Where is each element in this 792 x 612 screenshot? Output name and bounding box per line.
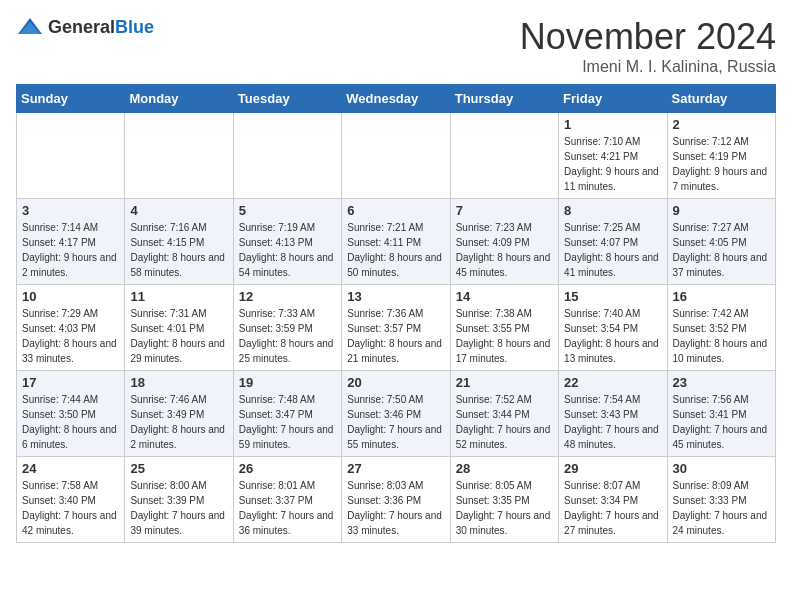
calendar-cell: 7Sunrise: 7:23 AM Sunset: 4:09 PM Daylig… bbox=[450, 199, 558, 285]
day-info: Sunrise: 7:25 AM Sunset: 4:07 PM Dayligh… bbox=[564, 220, 661, 280]
calendar-cell: 14Sunrise: 7:38 AM Sunset: 3:55 PM Dayli… bbox=[450, 285, 558, 371]
day-number: 18 bbox=[130, 375, 227, 390]
day-number: 16 bbox=[673, 289, 770, 304]
logo: GeneralBlue bbox=[16, 16, 154, 38]
calendar-cell bbox=[233, 113, 341, 199]
calendar-cell: 24Sunrise: 7:58 AM Sunset: 3:40 PM Dayli… bbox=[17, 457, 125, 543]
calendar-cell bbox=[125, 113, 233, 199]
calendar-cell: 13Sunrise: 7:36 AM Sunset: 3:57 PM Dayli… bbox=[342, 285, 450, 371]
calendar-cell: 30Sunrise: 8:09 AM Sunset: 3:33 PM Dayli… bbox=[667, 457, 775, 543]
day-number: 15 bbox=[564, 289, 661, 304]
calendar-week-3: 17Sunrise: 7:44 AM Sunset: 3:50 PM Dayli… bbox=[17, 371, 776, 457]
day-info: Sunrise: 8:00 AM Sunset: 3:39 PM Dayligh… bbox=[130, 478, 227, 538]
calendar-cell: 8Sunrise: 7:25 AM Sunset: 4:07 PM Daylig… bbox=[559, 199, 667, 285]
calendar-week-0: 1Sunrise: 7:10 AM Sunset: 4:21 PM Daylig… bbox=[17, 113, 776, 199]
day-info: Sunrise: 7:27 AM Sunset: 4:05 PM Dayligh… bbox=[673, 220, 770, 280]
day-number: 6 bbox=[347, 203, 444, 218]
day-info: Sunrise: 7:54 AM Sunset: 3:43 PM Dayligh… bbox=[564, 392, 661, 452]
day-info: Sunrise: 7:46 AM Sunset: 3:49 PM Dayligh… bbox=[130, 392, 227, 452]
calendar-week-2: 10Sunrise: 7:29 AM Sunset: 4:03 PM Dayli… bbox=[17, 285, 776, 371]
day-number: 13 bbox=[347, 289, 444, 304]
day-info: Sunrise: 7:10 AM Sunset: 4:21 PM Dayligh… bbox=[564, 134, 661, 194]
day-number: 23 bbox=[673, 375, 770, 390]
day-info: Sunrise: 8:01 AM Sunset: 3:37 PM Dayligh… bbox=[239, 478, 336, 538]
weekday-header-monday: Monday bbox=[125, 85, 233, 113]
calendar-cell: 5Sunrise: 7:19 AM Sunset: 4:13 PM Daylig… bbox=[233, 199, 341, 285]
calendar-cell: 3Sunrise: 7:14 AM Sunset: 4:17 PM Daylig… bbox=[17, 199, 125, 285]
day-number: 4 bbox=[130, 203, 227, 218]
day-info: Sunrise: 7:50 AM Sunset: 3:46 PM Dayligh… bbox=[347, 392, 444, 452]
day-number: 10 bbox=[22, 289, 119, 304]
day-number: 17 bbox=[22, 375, 119, 390]
calendar-cell: 22Sunrise: 7:54 AM Sunset: 3:43 PM Dayli… bbox=[559, 371, 667, 457]
calendar-cell bbox=[342, 113, 450, 199]
day-info: Sunrise: 7:42 AM Sunset: 3:52 PM Dayligh… bbox=[673, 306, 770, 366]
day-number: 26 bbox=[239, 461, 336, 476]
day-info: Sunrise: 8:05 AM Sunset: 3:35 PM Dayligh… bbox=[456, 478, 553, 538]
logo-text-general: General bbox=[48, 17, 115, 37]
day-info: Sunrise: 8:07 AM Sunset: 3:34 PM Dayligh… bbox=[564, 478, 661, 538]
calendar-cell: 9Sunrise: 7:27 AM Sunset: 4:05 PM Daylig… bbox=[667, 199, 775, 285]
day-info: Sunrise: 7:48 AM Sunset: 3:47 PM Dayligh… bbox=[239, 392, 336, 452]
day-number: 3 bbox=[22, 203, 119, 218]
day-info: Sunrise: 7:36 AM Sunset: 3:57 PM Dayligh… bbox=[347, 306, 444, 366]
calendar-cell: 17Sunrise: 7:44 AM Sunset: 3:50 PM Dayli… bbox=[17, 371, 125, 457]
weekday-header-sunday: Sunday bbox=[17, 85, 125, 113]
calendar-cell: 12Sunrise: 7:33 AM Sunset: 3:59 PM Dayli… bbox=[233, 285, 341, 371]
day-number: 8 bbox=[564, 203, 661, 218]
day-info: Sunrise: 8:03 AM Sunset: 3:36 PM Dayligh… bbox=[347, 478, 444, 538]
day-info: Sunrise: 7:33 AM Sunset: 3:59 PM Dayligh… bbox=[239, 306, 336, 366]
day-info: Sunrise: 7:40 AM Sunset: 3:54 PM Dayligh… bbox=[564, 306, 661, 366]
day-number: 30 bbox=[673, 461, 770, 476]
calendar-cell: 11Sunrise: 7:31 AM Sunset: 4:01 PM Dayli… bbox=[125, 285, 233, 371]
day-number: 27 bbox=[347, 461, 444, 476]
calendar-table: SundayMondayTuesdayWednesdayThursdayFrid… bbox=[16, 84, 776, 543]
weekday-header-thursday: Thursday bbox=[450, 85, 558, 113]
day-info: Sunrise: 7:38 AM Sunset: 3:55 PM Dayligh… bbox=[456, 306, 553, 366]
day-info: Sunrise: 7:56 AM Sunset: 3:41 PM Dayligh… bbox=[673, 392, 770, 452]
weekday-header-friday: Friday bbox=[559, 85, 667, 113]
calendar-cell: 4Sunrise: 7:16 AM Sunset: 4:15 PM Daylig… bbox=[125, 199, 233, 285]
day-number: 9 bbox=[673, 203, 770, 218]
weekday-header-row: SundayMondayTuesdayWednesdayThursdayFrid… bbox=[17, 85, 776, 113]
weekday-header-wednesday: Wednesday bbox=[342, 85, 450, 113]
day-number: 14 bbox=[456, 289, 553, 304]
day-number: 2 bbox=[673, 117, 770, 132]
day-info: Sunrise: 7:14 AM Sunset: 4:17 PM Dayligh… bbox=[22, 220, 119, 280]
calendar-week-4: 24Sunrise: 7:58 AM Sunset: 3:40 PM Dayli… bbox=[17, 457, 776, 543]
calendar-cell: 20Sunrise: 7:50 AM Sunset: 3:46 PM Dayli… bbox=[342, 371, 450, 457]
day-number: 22 bbox=[564, 375, 661, 390]
calendar-cell: 26Sunrise: 8:01 AM Sunset: 3:37 PM Dayli… bbox=[233, 457, 341, 543]
day-info: Sunrise: 7:31 AM Sunset: 4:01 PM Dayligh… bbox=[130, 306, 227, 366]
calendar-cell: 10Sunrise: 7:29 AM Sunset: 4:03 PM Dayli… bbox=[17, 285, 125, 371]
day-number: 1 bbox=[564, 117, 661, 132]
calendar-cell: 6Sunrise: 7:21 AM Sunset: 4:11 PM Daylig… bbox=[342, 199, 450, 285]
day-info: Sunrise: 7:23 AM Sunset: 4:09 PM Dayligh… bbox=[456, 220, 553, 280]
calendar-cell bbox=[450, 113, 558, 199]
day-info: Sunrise: 7:19 AM Sunset: 4:13 PM Dayligh… bbox=[239, 220, 336, 280]
day-number: 25 bbox=[130, 461, 227, 476]
calendar-cell: 1Sunrise: 7:10 AM Sunset: 4:21 PM Daylig… bbox=[559, 113, 667, 199]
day-info: Sunrise: 7:58 AM Sunset: 3:40 PM Dayligh… bbox=[22, 478, 119, 538]
calendar-cell: 2Sunrise: 7:12 AM Sunset: 4:19 PM Daylig… bbox=[667, 113, 775, 199]
title-block: November 2024 Imeni M. I. Kalinina, Russ… bbox=[520, 16, 776, 76]
calendar-cell: 18Sunrise: 7:46 AM Sunset: 3:49 PM Dayli… bbox=[125, 371, 233, 457]
day-info: Sunrise: 7:29 AM Sunset: 4:03 PM Dayligh… bbox=[22, 306, 119, 366]
calendar-cell: 29Sunrise: 8:07 AM Sunset: 3:34 PM Dayli… bbox=[559, 457, 667, 543]
weekday-header-saturday: Saturday bbox=[667, 85, 775, 113]
weekday-header-tuesday: Tuesday bbox=[233, 85, 341, 113]
day-number: 28 bbox=[456, 461, 553, 476]
calendar-cell: 28Sunrise: 8:05 AM Sunset: 3:35 PM Dayli… bbox=[450, 457, 558, 543]
day-info: Sunrise: 7:44 AM Sunset: 3:50 PM Dayligh… bbox=[22, 392, 119, 452]
logo-text-blue: Blue bbox=[115, 17, 154, 37]
title-location: Imeni M. I. Kalinina, Russia bbox=[520, 58, 776, 76]
day-number: 29 bbox=[564, 461, 661, 476]
page-header: GeneralBlue November 2024 Imeni M. I. Ka… bbox=[16, 16, 776, 76]
calendar-cell bbox=[17, 113, 125, 199]
day-number: 21 bbox=[456, 375, 553, 390]
day-number: 11 bbox=[130, 289, 227, 304]
calendar-cell: 15Sunrise: 7:40 AM Sunset: 3:54 PM Dayli… bbox=[559, 285, 667, 371]
calendar-week-1: 3Sunrise: 7:14 AM Sunset: 4:17 PM Daylig… bbox=[17, 199, 776, 285]
day-number: 24 bbox=[22, 461, 119, 476]
calendar-cell: 27Sunrise: 8:03 AM Sunset: 3:36 PM Dayli… bbox=[342, 457, 450, 543]
